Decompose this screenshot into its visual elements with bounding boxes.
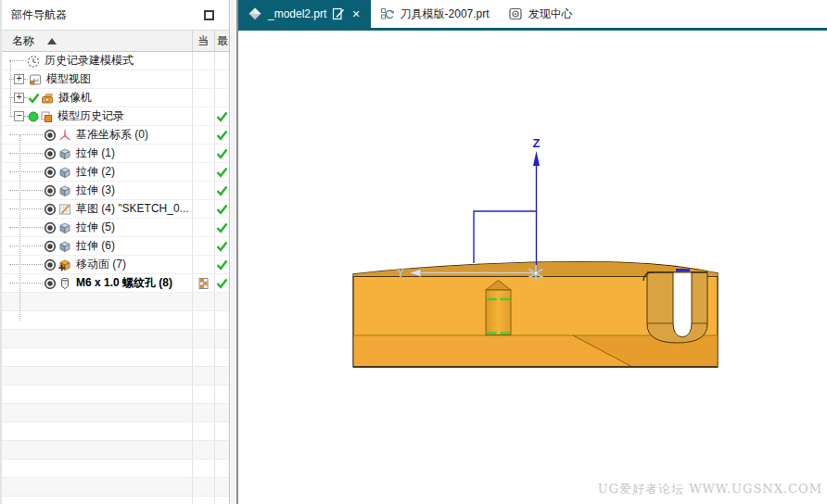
tree-row-current-cell — [192, 145, 214, 162]
tree-row-check-cell — [214, 70, 229, 88]
eye-icon[interactable] — [43, 128, 57, 143]
tree-row-label: 模型历史记录 — [57, 108, 124, 124]
eye-icon[interactable] — [43, 146, 57, 161]
eye-icon[interactable] — [43, 258, 57, 272]
dot-icon — [28, 111, 39, 122]
eye-icon[interactable] — [43, 276, 57, 291]
tab-bar: _model2.prt✕刀具模版-2007.prt发现中心 — [238, 0, 827, 28]
tree-row-current-cell — [192, 70, 214, 88]
empty-name-cell — [2, 441, 192, 459]
tree-row-label: 草图 (4) "SKETCH_0... — [76, 201, 189, 217]
panel-splitter[interactable] — [231, 0, 238, 504]
tree-row-current-cell — [192, 89, 214, 107]
tree-row-check-cell — [214, 52, 229, 69]
column-name[interactable]: 名称 — [2, 33, 192, 49]
history-icon — [39, 109, 54, 124]
tree-connector — [9, 208, 43, 209]
empty-name-cell — [2, 497, 192, 504]
empty-current-cell — [192, 367, 214, 384]
extrude-icon — [57, 165, 72, 180]
column-last[interactable]: 最 — [214, 31, 229, 51]
tree-guide-line — [10, 61, 11, 117]
check-icon — [216, 185, 228, 196]
expand-icon[interactable]: + — [14, 74, 24, 84]
tree-row-label: 摄像机 — [58, 90, 92, 106]
tree-row-label: M6 x 1.0 螺纹孔 (8) — [76, 275, 172, 291]
empty-name-cell — [2, 385, 192, 403]
empty-row — [2, 348, 229, 367]
check-icon — [216, 130, 228, 141]
tree-row-current-cell — [192, 200, 214, 218]
tree-row-name: 草图 (4) "SKETCH_0... — [2, 200, 192, 218]
tree-row[interactable]: 拉伸 (5) — [2, 219, 229, 237]
empty-row — [2, 330, 229, 348]
tab-label: 发现中心 — [528, 6, 573, 22]
eye-icon[interactable] — [43, 239, 57, 254]
tree-row[interactable]: 草图 (4) "SKETCH_0... — [2, 200, 229, 219]
empty-current-cell — [192, 404, 214, 422]
check-icon — [216, 259, 228, 271]
empty-check-cell — [214, 330, 229, 347]
extrude-icon — [57, 146, 72, 161]
tree-row-current-cell — [192, 256, 214, 273]
tree-connector — [9, 246, 43, 246]
empty-row — [2, 460, 229, 478]
tree-row[interactable]: +摄像机 — [2, 89, 229, 107]
panel-window-icon[interactable] — [204, 10, 214, 20]
panel-title: 部件导航器 — [11, 7, 204, 23]
tab-active[interactable]: _model2.prt✕ — [238, 0, 371, 28]
boss-cylinder[interactable] — [486, 290, 511, 335]
empty-name-cell — [2, 367, 192, 384]
expand-icon[interactable]: + — [14, 93, 24, 103]
tree-row[interactable]: M6 x 1.0 螺纹孔 (8) — [2, 274, 229, 293]
tree-row-name: M6 x 1.0 螺纹孔 (8) — [2, 274, 192, 292]
extrude-icon — [57, 239, 72, 254]
empty-check-cell — [214, 348, 229, 366]
empty-row — [2, 311, 229, 330]
empty-row — [2, 293, 229, 311]
part-navigator-panel: 部件导航器 名称 当 最 历史记录建模模式+模型视图+摄像机−模型历史记录基准坐… — [0, 0, 230, 504]
eye-icon[interactable] — [43, 202, 57, 217]
tree-row[interactable]: 拉伸 (2) — [2, 163, 229, 182]
empty-name-cell — [2, 404, 192, 422]
eye-icon[interactable] — [43, 220, 57, 235]
check-icon — [216, 111, 228, 122]
model-canvas[interactable]: Z Y — [238, 31, 827, 504]
empty-check-cell — [214, 293, 229, 310]
eye-icon[interactable] — [43, 183, 57, 198]
tree-row-current-cell — [192, 52, 214, 69]
tree-row-label: 拉伸 (2) — [76, 164, 115, 180]
column-current[interactable]: 当 — [192, 31, 214, 51]
tab[interactable]: 刀具模版-2007.prt — [371, 0, 499, 28]
slot-opening[interactable] — [673, 272, 692, 337]
empty-current-cell — [192, 311, 214, 329]
collapse-icon[interactable]: − — [14, 111, 24, 121]
tree-row[interactable]: 拉伸 (3) — [2, 182, 229, 200]
tree-connector — [9, 190, 43, 191]
tab-label: _model2.prt — [268, 7, 326, 20]
tree-row[interactable]: 拉伸 (1) — [2, 145, 229, 163]
tree-connector — [9, 283, 43, 284]
empty-check-cell — [214, 385, 229, 403]
grid-icon — [198, 277, 209, 290]
tree-row[interactable]: −模型历史记录 — [2, 107, 229, 126]
tree-row[interactable]: 拉伸 (6) — [2, 237, 229, 256]
dimension-bracket[interactable] — [474, 211, 537, 263]
tab[interactable]: 发现中心 — [499, 0, 582, 28]
tab-close-icon[interactable]: ✕ — [350, 8, 361, 20]
graphics-viewport[interactable]: Z Y UG爱好者论坛 WWW.UGSNX.COM — [238, 31, 827, 504]
tree-row[interactable]: 基准坐标系 (0) — [2, 126, 229, 145]
tree-connector — [9, 227, 43, 228]
empty-name-cell — [2, 478, 192, 496]
tree-row-label: 拉伸 (1) — [76, 145, 115, 161]
tree-row[interactable]: 历史记录建模模式 — [2, 52, 229, 70]
tree-row[interactable]: 移动面 (7) — [2, 256, 229, 274]
empty-current-cell — [192, 478, 214, 496]
tree-connector — [9, 171, 43, 172]
empty-check-cell — [214, 478, 229, 496]
empty-check-cell — [214, 367, 229, 384]
empty-check-cell — [214, 441, 229, 459]
empty-name-cell — [2, 348, 192, 366]
eye-icon[interactable] — [43, 165, 57, 180]
tree-row[interactable]: +模型视图 — [2, 70, 229, 89]
